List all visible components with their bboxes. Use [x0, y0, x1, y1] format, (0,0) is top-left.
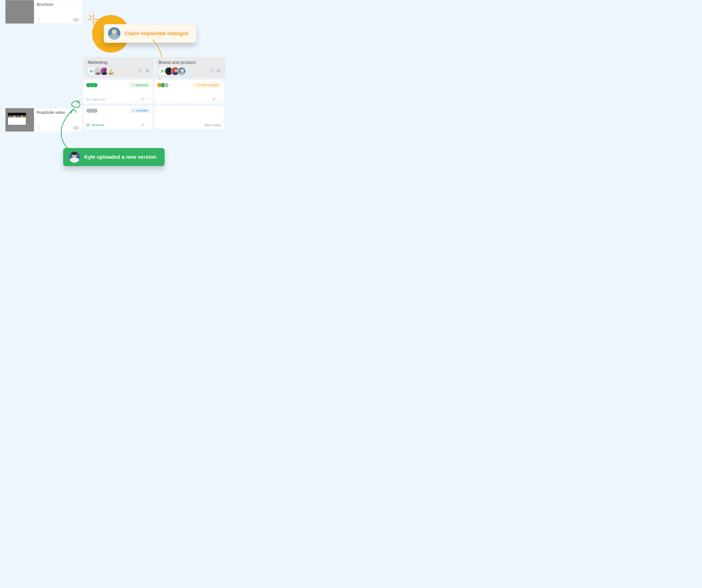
notification-requested-changes[interactable]: Claire requested changes — [104, 24, 196, 43]
status-label: Needs changes — [199, 84, 219, 87]
status-badge-in-review[interactable]: In review — [130, 108, 150, 113]
version-badge: v1 — [72, 125, 80, 130]
review-card[interactable]: In review Tomorrow ⋮ — [84, 106, 153, 129]
workflow-column-brand: Brand and product ⋮ — [154, 57, 224, 138]
kebab-icon[interactable]: ⋮ — [217, 60, 220, 65]
column-title: Marketing — [88, 60, 107, 65]
asset-row-brochure[interactable]: Brochure v3 — [5, 0, 82, 24]
svg-point-0 — [90, 70, 92, 71]
status-label: In review — [136, 109, 147, 112]
column-title: Brand and product — [158, 60, 196, 65]
avatar[interactable] — [106, 67, 115, 76]
review-card[interactable]: Approved August 20 ⋮ — [84, 80, 153, 104]
notification-text: Kyle uploaded a new version — [84, 154, 156, 160]
notification-new-version[interactable]: Kyle uploaded a new version — [63, 148, 164, 166]
kebab-icon[interactable]: ⋮ — [218, 98, 221, 102]
column-members — [158, 67, 186, 76]
link-icon[interactable] — [138, 69, 142, 74]
svg-rect-2 — [87, 124, 89, 126]
gear-icon[interactable] — [145, 69, 149, 74]
upload-icon[interactable] — [37, 126, 40, 130]
column-members — [87, 67, 115, 76]
kebab-icon[interactable]: ⋮ — [147, 123, 150, 127]
status-badge-needs-changes[interactable]: Needs changes — [193, 83, 221, 88]
asset-thumbnail — [5, 0, 34, 23]
upload-icon[interactable] — [37, 18, 40, 22]
notification-text: Claire requested changes — [125, 30, 189, 36]
asset-title: Roadside video — [37, 110, 80, 115]
due-date: August 20 — [86, 98, 105, 101]
kebab-icon[interactable]: ⋮ — [146, 60, 149, 65]
status-label: Approved — [135, 84, 147, 87]
avatar-kyle — [69, 151, 80, 163]
link-icon[interactable] — [212, 98, 216, 102]
link-icon[interactable] — [209, 69, 214, 74]
svg-rect-1 — [87, 99, 89, 101]
review-card-empty[interactable]: Start review — [154, 106, 224, 129]
due-date: Tomorrow — [86, 123, 104, 127]
column-header: Brand and product ⋮ — [154, 57, 224, 78]
gear-icon[interactable] — [216, 69, 220, 74]
asset-row-roadside-video[interactable]: Roadside video v1 — [5, 108, 82, 132]
status-badge-approved[interactable]: Approved — [129, 83, 150, 88]
avatar[interactable] — [178, 67, 186, 76]
reviewer-dots — [86, 83, 98, 87]
version-badge: v3 — [72, 17, 80, 22]
svg-point-3 — [161, 70, 163, 71]
column-header: Marketing ⋮ — [84, 57, 153, 78]
avatar-claire — [108, 27, 120, 40]
asset-title: Brochure — [37, 2, 80, 7]
link-icon[interactable] — [141, 98, 144, 102]
sparkle-icon — [87, 13, 100, 26]
reviewer-dots — [157, 83, 168, 87]
review-card[interactable]: Needs changes ⋮ — [154, 80, 224, 104]
start-review-label[interactable]: Start review — [204, 123, 221, 127]
workflow-column-marketing: Marketing ⋮ — [84, 57, 153, 138]
asset-thumbnail — [5, 108, 34, 131]
link-icon[interactable] — [141, 123, 144, 127]
reviewer-dots — [86, 108, 98, 113]
kebab-icon[interactable]: ⋮ — [147, 98, 150, 102]
